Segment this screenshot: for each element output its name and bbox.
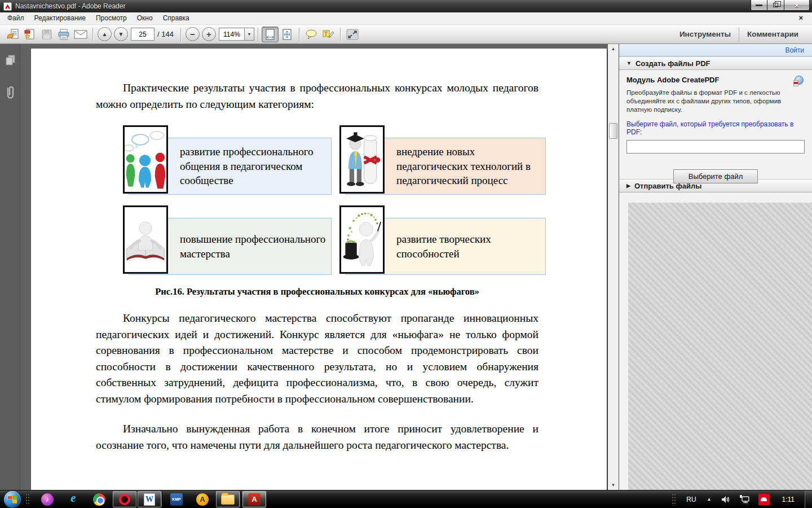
menu-item-help[interactable]: Справка — [158, 12, 195, 24]
toolbar-separator — [258, 28, 258, 41]
clock[interactable]: 1:11 — [782, 496, 795, 503]
open-file-button[interactable] — [5, 27, 21, 42]
page-number-input[interactable] — [131, 28, 155, 41]
fit-page-button[interactable] — [279, 27, 295, 42]
menu-item-edit[interactable]: Редактирование — [29, 12, 91, 24]
create-pdf-section-header[interactable]: ▼ Создать файлы PDF — [619, 56, 812, 70]
print-icon — [57, 28, 70, 41]
result-label: повышение профессионального мастерства — [180, 232, 328, 261]
zoom-out-button[interactable]: − — [186, 27, 200, 41]
opera-icon — [119, 494, 130, 505]
folder-icon — [221, 494, 235, 505]
file-path-input[interactable] — [626, 140, 805, 154]
document-canvas[interactable]: Практические результаты участия в профес… — [21, 44, 608, 490]
magician-figure-illustration — [341, 207, 383, 272]
result-item: повышение профессионального мастерства — [123, 205, 332, 276]
document-scrollbar[interactable]: ▲ ▼ — [608, 44, 619, 490]
volume-button[interactable] — [721, 496, 730, 503]
show-desktop-button[interactable] — [805, 491, 812, 508]
avira-tray-icon[interactable] — [758, 494, 770, 505]
scrollbar-thumb[interactable] — [609, 123, 617, 139]
plus-icon: + — [206, 30, 211, 38]
menu-item-window[interactable]: Окно — [132, 12, 158, 24]
close-button[interactable]: × — [784, 0, 810, 11]
adobe-reader-icon: A — [248, 493, 261, 506]
sign-in-link[interactable]: Войти — [785, 46, 804, 54]
svg-text:T: T — [324, 30, 328, 37]
arrow-down-icon: ▼ — [118, 31, 124, 37]
taskbar-opera-button[interactable] — [113, 491, 136, 507]
taskbar-word-button[interactable]: W — [138, 491, 161, 507]
toolbar-separator — [180, 28, 181, 41]
file-select-label: Выберите файл, который требуется преобра… — [626, 120, 805, 136]
result-image-magician — [339, 205, 385, 274]
triangle-right-icon: ▶ — [626, 183, 630, 189]
result-label: развитие профессионального общения в пед… — [180, 144, 328, 188]
page-down-button[interactable]: ▼ — [114, 27, 128, 41]
music-note-icon: ♪ — [46, 495, 50, 503]
comment-button[interactable] — [303, 27, 320, 42]
taskbar-itunes-icon[interactable]: ♪ — [40, 492, 55, 507]
tab-comments[interactable]: Комментарии — [739, 30, 806, 38]
menu-item-file[interactable]: Файл — [2, 12, 29, 24]
speaker-icon — [721, 496, 730, 503]
network-icon — [739, 495, 749, 503]
create-pdf-section-body: Модуль Adobe CreatePDF Преобразуйте файл… — [619, 70, 812, 179]
zoom-dropdown-button[interactable]: ▼ — [245, 28, 254, 41]
title-bar: Nastavnichestvo.pdf - Adobe Reader × — [0, 0, 812, 12]
minimize-button[interactable] — [751, 0, 767, 11]
result-item: развитие творческих способностей — [339, 205, 546, 276]
result-image-book — [123, 205, 168, 274]
figure-caption: Рис.16. Результаты участия в профессиона… — [96, 286, 539, 297]
taskbar-kmplayer-icon[interactable]: KMP — [169, 492, 184, 507]
scroll-up-button[interactable]: ▲ — [608, 44, 619, 54]
highlight-button[interactable]: T — [320, 27, 337, 42]
create-pdf-section-title: Создать файлы PDF — [636, 59, 710, 68]
create-pdf-online-icon — [795, 76, 805, 86]
close-icon: × — [795, 1, 799, 10]
page-up-button[interactable]: ▲ — [98, 27, 112, 41]
menu-item-view[interactable]: Просмотр — [91, 12, 132, 24]
save-button[interactable] — [38, 27, 55, 42]
language-indicator[interactable]: RU — [686, 496, 696, 503]
page-thumbnails-button[interactable] — [3, 53, 17, 67]
restore-button[interactable] — [767, 0, 784, 11]
pdf-page[interactable]: Практические результаты участия в профес… — [31, 49, 607, 490]
fit-width-button[interactable] — [262, 27, 279, 42]
module-description: Преобразуйте файлы в формат PDF и с легк… — [626, 89, 802, 114]
close-document-icon[interactable]: × — [798, 14, 803, 22]
window-title: Nastavnichestvo.pdf - Adobe Reader — [15, 2, 125, 10]
tab-tools[interactable]: Инструменты — [672, 30, 739, 38]
taskbar-adobe-reader-button[interactable]: A — [242, 491, 266, 507]
panel-tab-bar: Инструменты Комментарии — [672, 25, 812, 43]
email-button[interactable] — [72, 27, 89, 42]
network-button[interactable] — [739, 495, 749, 503]
toolbar-separator — [299, 28, 299, 41]
arrow-up-icon: ▲ — [102, 31, 108, 37]
minimize-icon — [756, 5, 762, 6]
ie-icon: e — [70, 491, 76, 505]
attachments-button[interactable] — [3, 86, 17, 99]
print-button[interactable] — [55, 27, 72, 42]
zoom-in-button[interactable]: + — [202, 27, 216, 41]
scroll-down-button[interactable]: ▼ — [608, 480, 619, 490]
taskbar-explorer-button[interactable] — [216, 491, 240, 507]
taskbar-chrome-icon[interactable] — [92, 492, 107, 507]
taskbar-internet-explorer-icon[interactable]: e — [66, 492, 81, 507]
fit-page-icon — [281, 28, 293, 41]
module-title: Модуль Adobe CreatePDF — [626, 76, 795, 84]
result-item: развитие профессионального общения в пед… — [123, 125, 332, 196]
save-icon — [41, 28, 53, 41]
start-button[interactable] — [4, 491, 21, 508]
choose-file-button[interactable]: Выберите файл — [673, 169, 758, 183]
avira-launcher-icon: A — [196, 493, 209, 506]
taskbar-avira-launcher-icon[interactable]: A — [195, 492, 210, 507]
zoom-level-input[interactable] — [219, 28, 245, 41]
hidden-icons-button[interactable]: ▲ — [707, 497, 712, 502]
results-diagram: развитие профессионального общения в пед… — [123, 125, 539, 276]
fullscreen-button[interactable] — [344, 27, 361, 42]
tools-panel: Войти ▼ Создать файлы PDF Модуль Adobe C… — [619, 44, 812, 490]
create-pdf-online-button[interactable] — [21, 27, 38, 42]
window-controls: × — [751, 0, 810, 11]
menu-bar: Файл Редактирование Просмотр Окно Справк… — [0, 12, 812, 25]
